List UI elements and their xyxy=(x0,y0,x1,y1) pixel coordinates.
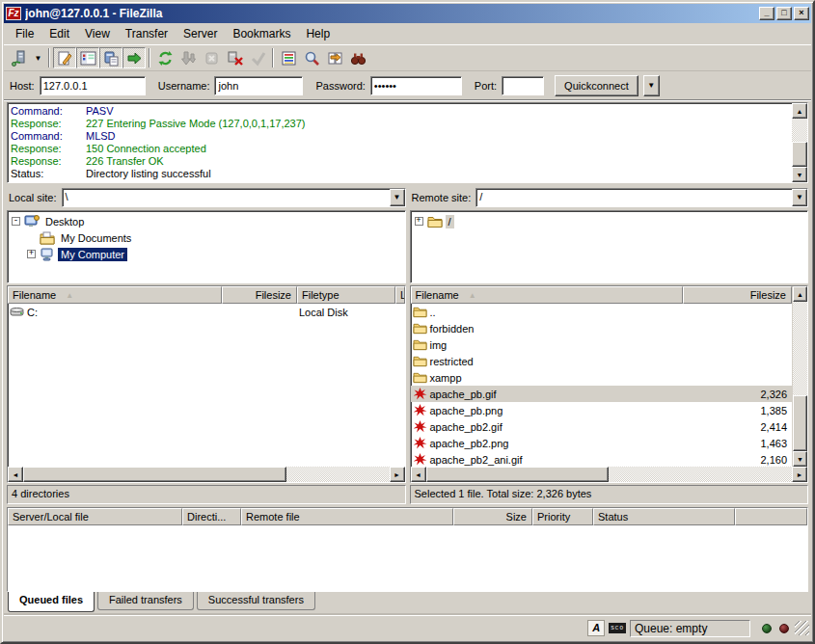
column-header-server-local-file[interactable]: Server/Local file xyxy=(8,508,182,525)
remote-file-list: Filename▲ Filesize .. forbidden xyxy=(410,285,809,483)
remote-folder-row[interactable]: forbidden xyxy=(411,320,793,336)
process-queue-button[interactable] xyxy=(177,47,200,68)
column-header-remote-file[interactable]: Remote file xyxy=(241,508,453,525)
log-scrollbar[interactable]: ▲ ▼ xyxy=(792,103,807,182)
tree-item-my-computer[interactable]: + My Computer xyxy=(10,246,403,262)
column-header-lastmodified[interactable]: L xyxy=(395,286,405,304)
refresh-button[interactable] xyxy=(153,47,177,68)
minimize-button[interactable]: _ xyxy=(759,7,774,20)
host-input[interactable] xyxy=(40,76,146,95)
menu-transfer[interactable]: Transfer xyxy=(118,25,176,42)
toggle-remote-tree-button[interactable] xyxy=(99,47,122,68)
scroll-right-icon[interactable]: ► xyxy=(792,467,807,482)
menu-view[interactable]: View xyxy=(77,25,118,42)
expand-icon[interactable]: + xyxy=(27,250,36,258)
menu-bookmarks[interactable]: Bookmarks xyxy=(225,25,298,42)
process-queue-icon xyxy=(180,50,197,67)
scroll-left-icon[interactable]: ◄ xyxy=(8,467,23,482)
local-status-text: 4 directories xyxy=(7,485,406,504)
cancel-operation-button[interactable] xyxy=(200,47,223,68)
title-bar[interactable]: Fz john@127.0.0.1 - FileZilla _ □ × xyxy=(4,4,811,23)
remote-folder-row[interactable]: xampp xyxy=(411,369,793,386)
scrollbar-thumb[interactable] xyxy=(793,395,807,451)
drive-icon xyxy=(10,306,24,318)
toggle-transfer-queue-button[interactable] xyxy=(122,47,146,68)
scrollbar-thumb[interactable] xyxy=(792,142,807,167)
local-hscrollbar[interactable]: ◄ ► xyxy=(8,467,405,482)
local-site-combo[interactable]: \ ▼ xyxy=(62,188,406,207)
username-input[interactable] xyxy=(214,76,303,95)
remote-file-row[interactable]: apache_pb2.gif 2,414 xyxy=(411,418,793,435)
menu-file[interactable]: File xyxy=(8,25,41,42)
remote-vscrollbar[interactable]: ▲ ▼ xyxy=(792,286,807,467)
tab-queued-files[interactable]: Queued files xyxy=(8,592,95,612)
maximize-button[interactable]: □ xyxy=(776,7,792,20)
menu-edit[interactable]: Edit xyxy=(41,25,77,42)
resize-grip[interactable] xyxy=(795,621,809,635)
menu-help[interactable]: Help xyxy=(298,25,338,42)
scroll-up-icon[interactable]: ▲ xyxy=(793,286,807,302)
chevron-down-icon[interactable]: ▼ xyxy=(792,189,807,206)
column-header-filetype[interactable]: Filetype xyxy=(297,286,395,304)
tree-item-desktop[interactable]: - Desktop xyxy=(10,213,403,229)
site-manager-button[interactable] xyxy=(8,47,31,68)
toggle-local-tree-button[interactable] xyxy=(76,47,99,68)
scroll-down-icon[interactable]: ▼ xyxy=(793,451,807,467)
scroll-up-icon[interactable]: ▲ xyxy=(792,103,807,119)
chevron-down-icon[interactable]: ▼ xyxy=(390,189,405,206)
quickconnect-bar: Host: Username: Password: Port: Quickcon… xyxy=(4,71,811,100)
remote-file-name: img xyxy=(430,339,448,351)
close-button[interactable]: × xyxy=(794,7,809,20)
remote-file-row[interactable]: apache_pb2.png 1,463 xyxy=(411,435,793,451)
remote-file-row-selected[interactable]: apache_pb.gif 2,326 xyxy=(411,386,793,402)
reconnect-button[interactable] xyxy=(246,47,269,68)
column-header-spacer xyxy=(735,508,807,525)
remote-file-name: forbidden xyxy=(430,323,475,335)
scrollbar-thumb[interactable] xyxy=(426,467,610,482)
scroll-left-icon[interactable]: ◄ xyxy=(411,467,426,482)
quickconnect-button[interactable]: Quickconnect xyxy=(555,75,638,96)
column-header-filesize[interactable]: Filesize xyxy=(222,286,297,304)
remote-file-row[interactable]: apache_pb2_ani.gif 2,160 xyxy=(411,451,793,467)
filters-button[interactable] xyxy=(277,47,300,68)
synchronized-browsing-button[interactable] xyxy=(346,47,369,68)
site-manager-dropdown[interactable]: ▼ xyxy=(31,47,45,68)
remote-file-row[interactable]: apache_pb.png 1,385 xyxy=(411,402,793,418)
column-header-filename[interactable]: Filename▲ xyxy=(8,286,222,304)
column-header-priority[interactable]: Priority xyxy=(532,508,593,525)
file-search-button[interactable] xyxy=(300,47,323,68)
expand-icon[interactable]: + xyxy=(415,217,423,226)
tree-item-root[interactable]: + / xyxy=(413,213,806,229)
remote-list-header: Filename▲ Filesize xyxy=(411,286,793,304)
local-file-row[interactable]: C: Local Disk xyxy=(8,304,405,320)
column-header-status[interactable]: Status xyxy=(593,508,735,525)
tab-failed-transfers[interactable]: Failed transfers xyxy=(97,592,194,610)
column-header-direction[interactable]: Directi... xyxy=(182,508,241,525)
column-header-size[interactable]: Size xyxy=(453,508,532,525)
directory-comparison-button[interactable] xyxy=(323,47,346,68)
scroll-right-icon[interactable]: ► xyxy=(390,467,405,482)
scroll-down-icon[interactable]: ▼ xyxy=(792,167,807,182)
tree-item-my-documents[interactable]: My Documents xyxy=(10,229,403,246)
remote-folder-row[interactable]: img xyxy=(411,336,793,353)
remote-folder-row[interactable]: .. xyxy=(411,304,793,320)
quickconnect-dropdown[interactable]: ▼ xyxy=(643,75,660,96)
disconnect-button[interactable] xyxy=(223,47,246,68)
password-input[interactable] xyxy=(370,76,462,95)
port-input[interactable] xyxy=(502,76,544,95)
remote-site-combo[interactable]: / ▼ xyxy=(475,188,808,207)
menu-server[interactable]: Server xyxy=(176,25,225,42)
tab-successful-transfers[interactable]: Successful transfers xyxy=(197,592,315,610)
remote-folder-row[interactable]: restricted xyxy=(411,353,793,369)
receive-activity-led-icon xyxy=(762,624,772,633)
message-log-pane: Command:PASV Response:227 Entering Passi… xyxy=(7,102,808,183)
scrollbar-thumb[interactable] xyxy=(23,467,286,482)
column-header-filesize[interactable]: Filesize xyxy=(683,286,793,304)
username-label: Username: xyxy=(158,80,210,92)
collapse-icon[interactable]: - xyxy=(12,217,20,226)
remote-hscrollbar[interactable]: ◄ ► xyxy=(411,467,808,482)
menu-bar: File Edit View Transfer Server Bookmarks… xyxy=(4,23,811,44)
column-header-filename[interactable]: Filename▲ xyxy=(411,286,683,304)
toggle-message-log-button[interactable] xyxy=(53,47,76,68)
status-bar: A SCO Queue: empty xyxy=(4,615,811,640)
